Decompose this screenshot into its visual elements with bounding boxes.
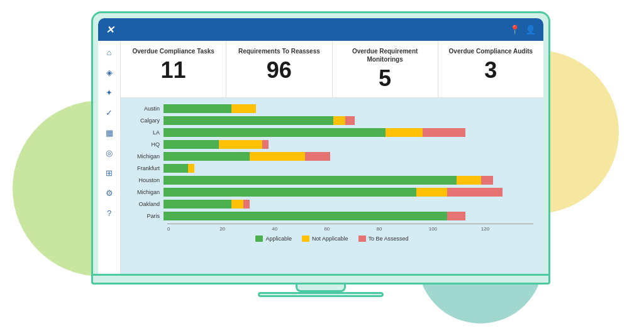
stat-card-3: Overdue Compliance Audits 3 (438, 41, 543, 97)
bar-segment-green (164, 128, 386, 137)
bar-segment-red (447, 212, 465, 220)
laptop-base (91, 276, 550, 285)
bar-segment-green (164, 104, 231, 113)
chart-row: Houston (131, 176, 533, 185)
bar-segment-yellow (231, 104, 256, 113)
app-logo: ✕ (106, 24, 114, 36)
chart-row: Frankfurt (131, 164, 533, 173)
sidebar: ⌂ ◈ ✦ ✓ ▦ ◎ ⊞ ⚙ ? (98, 41, 121, 274)
stats-row: Overdue Compliance Tasks 11 Requirements… (121, 41, 543, 98)
bar-segment-yellow (386, 128, 423, 137)
chart-bar-label: Michigan (131, 189, 164, 195)
chart-container: AustinCalgaryLAHQMichiganFrankfurtHousto… (131, 104, 533, 270)
stat-value-1: 96 (234, 58, 324, 83)
laptop-screen: ✕ 📍 👤 ⌂ ◈ ✦ ✓ ▦ ◎ ⊞ ⚙ ? (91, 11, 550, 276)
x-axis: 020406080100120 (167, 224, 533, 232)
laptop-stand (296, 285, 346, 292)
sidebar-item-table[interactable]: ⊞ (103, 166, 116, 179)
chart-row: Michigan (131, 152, 533, 161)
chart-row: Austin (131, 104, 533, 113)
bar-segment-green (164, 188, 416, 197)
main-layout: ⌂ ◈ ✦ ✓ ▦ ◎ ⊞ ⚙ ? Overdue Compliance Tas… (98, 41, 543, 274)
chart-bar-segments (164, 164, 533, 173)
laptop-foot (258, 292, 384, 297)
stat-card-2: Overdue Requirement Monitorings 5 (333, 41, 438, 97)
bar-segment-green (164, 164, 188, 173)
chart-row: Paris (131, 212, 533, 220)
bar-segment-yellow (188, 164, 194, 173)
bar-segment-yellow (333, 116, 346, 125)
bar-segment-red (243, 200, 250, 209)
stat-label-2: Overdue Requirement Monitorings (340, 47, 430, 63)
chart-bar-label: LA (131, 129, 164, 136)
bar-segment-green (164, 200, 231, 209)
laptop-outer: ✕ 📍 👤 ⌂ ◈ ✦ ✓ ▦ ◎ ⊞ ⚙ ? (91, 11, 550, 297)
chart-row: Michigan (131, 188, 533, 197)
location-icon[interactable]: 📍 (509, 24, 520, 35)
stat-value-2: 5 (340, 66, 430, 91)
stat-label-0: Overdue Compliance Tasks (128, 47, 218, 55)
content-area: Overdue Compliance Tasks 11 Requirements… (121, 41, 543, 274)
bar-segment-yellow (457, 176, 481, 185)
bar-segment-red (305, 152, 330, 161)
sidebar-item-home[interactable]: ⌂ (103, 46, 116, 58)
bar-segment-yellow (250, 152, 305, 161)
legend-item: Not Applicable (302, 236, 348, 242)
chart-bar-label: Frankfurt (131, 165, 164, 171)
bar-segment-yellow (219, 140, 262, 149)
stat-card-0: Overdue Compliance Tasks 11 (121, 41, 226, 97)
chart-bar-label: HQ (131, 141, 164, 148)
chart-row: Calgary (131, 116, 533, 125)
sidebar-item-grid[interactable]: ▦ (103, 126, 116, 139)
bar-segment-green (164, 140, 219, 149)
bar-segment-yellow (231, 200, 244, 209)
sidebar-item-star[interactable]: ✦ (103, 86, 116, 99)
bar-segment-red (345, 116, 355, 125)
stat-card-1: Requirements To Reassess 96 (226, 41, 332, 97)
chart-bar-label: Paris (131, 213, 164, 219)
legend-color-box (255, 236, 263, 242)
chart-bar-label: Houston (131, 177, 164, 183)
legend-item: To Be Assessed (358, 236, 409, 242)
chart-row: LA (131, 128, 533, 137)
bar-segment-green (164, 176, 457, 185)
x-tick: 100 (429, 226, 481, 232)
chart-bar-label: Michigan (131, 153, 164, 160)
legend-label: Applicable (265, 236, 292, 242)
sidebar-item-check[interactable]: ✓ (103, 106, 116, 119)
stat-label-1: Requirements To Reassess (234, 47, 324, 55)
chart-bar-segments (164, 188, 533, 197)
header-icons: 📍 👤 (509, 24, 536, 35)
chart-bar-segments (164, 128, 533, 137)
stat-value-3: 3 (446, 58, 536, 83)
stat-label-3: Overdue Compliance Audits (446, 47, 536, 55)
header-bar: ✕ 📍 👤 (98, 18, 543, 41)
bar-segment-green (164, 212, 447, 220)
screen-inner: ✕ 📍 👤 ⌂ ◈ ✦ ✓ ▦ ◎ ⊞ ⚙ ? (98, 18, 543, 274)
legend-label: To Be Assessed (369, 236, 409, 242)
sidebar-item-settings[interactable]: ⚙ (103, 187, 116, 199)
chart-bar-segments (164, 140, 533, 149)
stat-value-0: 11 (128, 58, 218, 83)
x-tick: 120 (481, 226, 533, 232)
x-tick: 80 (377, 226, 429, 232)
chart-legend: ApplicableNot ApplicableTo Be Assessed (131, 236, 533, 242)
bar-segment-green (164, 116, 333, 125)
chart-bar-segments (164, 104, 533, 113)
sidebar-item-share[interactable]: ◈ (103, 66, 116, 79)
chart-area: AustinCalgaryLAHQMichiganFrankfurtHousto… (121, 98, 543, 274)
chart-bar-segments (164, 176, 533, 185)
x-tick: 20 (219, 226, 272, 232)
bar-segment-red (447, 188, 502, 197)
chart-row: HQ (131, 140, 533, 149)
bar-segment-green (164, 152, 250, 161)
chart-row: Oakland (131, 200, 533, 209)
sidebar-item-eye[interactable]: ◎ (103, 146, 116, 159)
chart-bar-label: Calgary (131, 117, 164, 124)
sidebar-item-help[interactable]: ? (103, 207, 116, 219)
legend-color-box (302, 236, 309, 242)
user-icon[interactable]: 👤 (525, 24, 536, 35)
bar-segment-red (481, 176, 494, 185)
x-tick: 0 (167, 226, 219, 232)
chart-bar-label: Austin (131, 106, 164, 112)
